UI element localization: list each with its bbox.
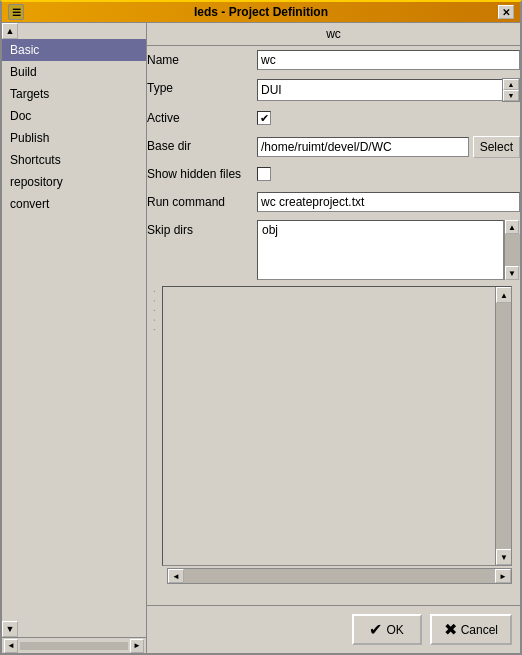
skip-dirs-label: Skip dirs (147, 220, 257, 237)
hidden-files-label: Show hidden files (147, 164, 257, 181)
sidebar-item-publish[interactable]: Publish (2, 127, 146, 149)
run-command-row: Run command (147, 192, 520, 214)
name-row: Name (147, 50, 520, 72)
active-checkbox-area: ✔ (257, 108, 271, 128)
title-bar: ☰ Ieds - Project Definition ✕ (2, 2, 520, 23)
large-empty-area: ▲ ▼ (162, 286, 512, 566)
sidebar-item-build[interactable]: Build (2, 61, 146, 83)
hidden-files-row: Show hidden files (147, 164, 520, 186)
run-command-control (257, 192, 520, 212)
large-scroll-track (496, 303, 511, 549)
type-spinner: ▲ ▼ (502, 78, 520, 102)
sidebar-hscroll-track (20, 642, 128, 650)
ok-button[interactable]: ✔ OK (352, 614, 422, 645)
content-area: ▲ Basic Build Targets Doc Publish (2, 23, 520, 653)
skip-dirs-textbox[interactable]: obj (257, 220, 504, 280)
sidebar-scroll-down[interactable]: ▼ (2, 621, 18, 637)
large-scroll-up[interactable]: ▲ (496, 287, 512, 303)
ok-label: OK (386, 623, 403, 637)
window-title: Ieds - Project Definition (24, 5, 498, 19)
name-label: Name (147, 50, 257, 67)
main-window: ☰ Ieds - Project Definition ✕ ▲ Basic Bu… (0, 0, 522, 655)
section-title: wc (147, 23, 520, 46)
sidebar: ▲ Basic Build Targets Doc Publish (2, 23, 147, 653)
main-hscroll-track (184, 569, 495, 583)
basedir-label: Base dir (147, 136, 257, 153)
sidebar-item-doc[interactable]: Doc (2, 105, 146, 127)
window-icon: ☰ (8, 4, 24, 20)
skip-dirs-control: obj ▲ ▼ (257, 220, 520, 280)
skip-dirs-row: Skip dirs obj ▲ ▼ (147, 220, 520, 280)
sidebar-hscroll-right[interactable]: ► (130, 639, 144, 653)
empty-area-wrapper: · · · · · ▲ ▼ (147, 286, 512, 566)
large-empty-inner (163, 287, 495, 565)
type-row: Type DUI ▲ ▼ (147, 78, 520, 102)
hidden-files-checkbox[interactable] (257, 167, 271, 181)
skip-dirs-input-area: obj ▲ ▼ (257, 220, 520, 280)
basedir-input-row: Select (257, 136, 520, 158)
sidebar-hscroll-left[interactable]: ◄ (4, 639, 18, 653)
basedir-row: Base dir Select (147, 136, 520, 158)
type-label: Type (147, 78, 257, 95)
active-label: Active (147, 108, 257, 125)
type-select-container: DUI ▲ ▼ (257, 78, 520, 102)
run-command-input[interactable] (257, 192, 520, 212)
name-input[interactable] (257, 50, 520, 70)
skip-dirs-vscroll: ▲ ▼ (504, 220, 520, 280)
bottom-area: ✔ OK ✖ Cancel (147, 605, 520, 653)
active-control: ✔ (257, 108, 520, 128)
cancel-button[interactable]: ✖ Cancel (430, 614, 512, 645)
main-hscroll-right[interactable]: ► (495, 569, 511, 583)
sidebar-item-shortcuts[interactable]: Shortcuts (2, 149, 146, 171)
large-vscroll: ▲ ▼ (495, 287, 511, 565)
type-spinner-up[interactable]: ▲ (503, 79, 519, 90)
ok-icon: ✔ (369, 620, 382, 639)
sidebar-item-basic[interactable]: Basic (2, 39, 146, 61)
form-scroll-area: Name Type DUI ▲ (147, 46, 520, 605)
sidebar-scroll-up[interactable]: ▲ (2, 23, 18, 39)
type-control: DUI ▲ ▼ (257, 78, 520, 102)
sidebar-item-repository[interactable]: repository (2, 171, 146, 193)
skip-dirs-scroll-up[interactable]: ▲ (505, 220, 519, 234)
basedir-input[interactable] (257, 137, 469, 157)
select-button[interactable]: Select (473, 136, 520, 158)
run-command-label: Run command (147, 192, 257, 209)
main-hscroll-left[interactable]: ◄ (168, 569, 184, 583)
hidden-files-checkbox-area (257, 164, 271, 184)
large-scroll-down[interactable]: ▼ (496, 549, 512, 565)
skip-dirs-scroll-track (505, 234, 520, 266)
name-control (257, 50, 520, 70)
main-panel: wc Name Type DUI (147, 23, 520, 653)
sidebar-item-targets[interactable]: Targets (2, 83, 146, 105)
main-hscroll: ◄ ► (167, 568, 512, 584)
cancel-icon: ✖ (444, 620, 457, 639)
type-spinner-down[interactable]: ▼ (503, 90, 519, 101)
close-button[interactable]: ✕ (498, 5, 514, 19)
sidebar-hscroll: ◄ ► (2, 637, 146, 653)
sidebar-scroll-area: Basic Build Targets Doc Publish Shortcut… (2, 39, 146, 621)
skip-dirs-scroll-down[interactable]: ▼ (505, 266, 519, 280)
dots-decoration: · · · · · (147, 286, 162, 566)
active-row: Active ✔ (147, 108, 520, 130)
basedir-control: Select (257, 136, 520, 158)
sidebar-item-convert[interactable]: convert (2, 193, 146, 215)
hidden-files-control (257, 164, 520, 184)
active-checkbox[interactable]: ✔ (257, 111, 271, 125)
cancel-label: Cancel (461, 623, 498, 637)
type-select[interactable]: DUI (257, 79, 503, 101)
